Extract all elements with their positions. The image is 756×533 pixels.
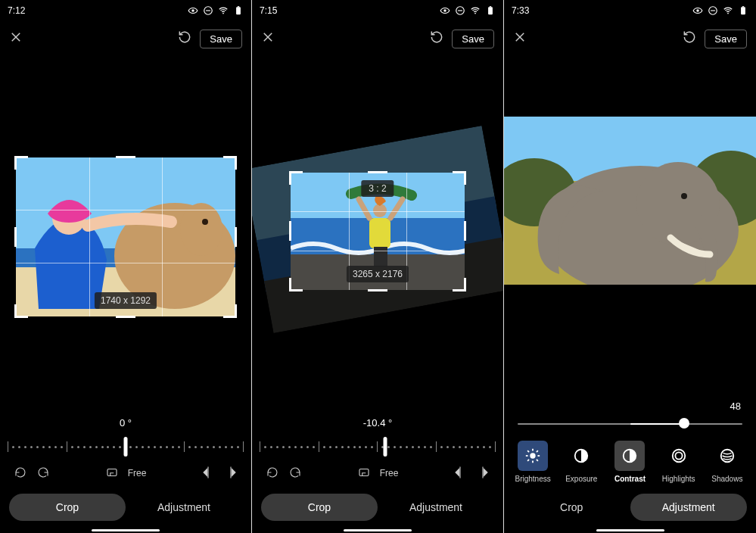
nav-handle[interactable] bbox=[344, 529, 412, 531]
status-time: 7:33 bbox=[512, 5, 529, 16]
adjust-exposure-button[interactable]: Exposure bbox=[559, 441, 603, 483]
revert-button[interactable] bbox=[177, 30, 192, 48]
adjust-contrast-label: Contrast bbox=[614, 475, 646, 483]
svg-line-65 bbox=[537, 450, 538, 452]
rotate-ccw-button[interactable] bbox=[14, 466, 27, 482]
adjust-contrast-button[interactable]: Contrast bbox=[608, 441, 652, 483]
crop-handle-tl[interactable] bbox=[14, 156, 28, 170]
shadows-icon bbox=[712, 441, 742, 471]
tab-adjustment[interactable]: Adjustment bbox=[630, 494, 748, 521]
adjust-shadows-label: Shadows bbox=[711, 475, 742, 483]
mode-tabs: Crop Adjustment bbox=[504, 486, 756, 527]
crop-handle-bottom[interactable] bbox=[116, 316, 135, 318]
adjustment-slider[interactable] bbox=[518, 416, 742, 430]
crop-dimensions: 1740 x 1292 bbox=[95, 292, 157, 309]
revert-button[interactable] bbox=[429, 30, 444, 48]
rotation-slider[interactable] bbox=[0, 433, 251, 460]
adjust-brightness-button[interactable]: Brightness bbox=[511, 441, 555, 483]
svg-point-68 bbox=[672, 450, 685, 463]
crop-handle-top[interactable] bbox=[116, 156, 135, 158]
save-button[interactable]: Save bbox=[200, 30, 242, 48]
screen-crop-free: 7:12 Save bbox=[0, 0, 252, 533]
adjust-brightness-label: Brightness bbox=[515, 475, 550, 483]
rotation-thumb[interactable] bbox=[383, 437, 387, 457]
svg-line-63 bbox=[537, 460, 538, 461]
editor-header: Save bbox=[0, 21, 251, 56]
flip-horizontal-button[interactable] bbox=[201, 466, 215, 482]
adjust-shadows-button[interactable]: Shadows bbox=[705, 441, 749, 483]
status-bar: 7:12 bbox=[0, 0, 251, 21]
rotation-thumb[interactable] bbox=[124, 437, 128, 457]
wifi-icon bbox=[470, 5, 481, 16]
adjustment-thumb[interactable] bbox=[679, 418, 689, 429]
crop-canvas[interactable]: 3 : 2 3265 x 2176 bbox=[252, 56, 503, 417]
status-icons bbox=[440, 5, 496, 16]
crop-handle-right[interactable] bbox=[464, 221, 466, 241]
status-time: 7:15 bbox=[260, 5, 277, 16]
aspect-ratio-button[interactable] bbox=[357, 466, 371, 482]
nav-handle[interactable] bbox=[92, 529, 160, 531]
svg-point-0 bbox=[191, 9, 194, 12]
photo-elephant bbox=[504, 117, 756, 285]
rotate-cw-button[interactable] bbox=[288, 466, 302, 482]
svg-rect-37 bbox=[359, 469, 369, 475]
nav-handle[interactable] bbox=[596, 529, 664, 531]
highlights-icon bbox=[664, 441, 694, 471]
eye-icon bbox=[188, 5, 198, 16]
rotation-readout: 0 ° bbox=[0, 417, 251, 429]
svg-line-64 bbox=[527, 460, 529, 461]
svg-point-54 bbox=[681, 193, 687, 199]
dnd-icon bbox=[708, 5, 718, 16]
revert-button[interactable] bbox=[682, 30, 697, 48]
aspect-ratio-button[interactable] bbox=[105, 466, 119, 482]
rotate-cw-button[interactable] bbox=[36, 466, 50, 482]
crop-frame[interactable]: 3 : 2 3265 x 2176 bbox=[291, 173, 465, 290]
crop-frame[interactable]: 1740 x 1292 bbox=[16, 157, 235, 316]
adjust-highlights-button[interactable]: Highlights bbox=[657, 441, 701, 483]
rotate-ccw-button[interactable] bbox=[266, 466, 279, 482]
flip-horizontal-button[interactable] bbox=[453, 466, 467, 482]
tab-adjustment[interactable]: Adjustment bbox=[378, 494, 494, 521]
svg-point-3 bbox=[222, 13, 224, 14]
wifi-icon bbox=[218, 5, 229, 16]
flip-vertical-button[interactable] bbox=[476, 466, 490, 482]
crop-handle-bottom[interactable] bbox=[368, 289, 387, 291]
svg-rect-15 bbox=[107, 469, 117, 475]
rotation-slider[interactable] bbox=[252, 433, 503, 460]
close-button[interactable] bbox=[9, 30, 23, 47]
crop-handle-bl[interactable] bbox=[14, 304, 28, 318]
tab-crop[interactable]: Crop bbox=[513, 494, 630, 521]
flip-vertical-button[interactable] bbox=[224, 466, 238, 482]
screen-crop-rotated: 7:15 Save bbox=[252, 0, 504, 533]
crop-handle-br[interactable] bbox=[453, 278, 466, 291]
photo-preview bbox=[504, 56, 756, 401]
svg-rect-22 bbox=[488, 7, 493, 14]
crop-handle-br[interactable] bbox=[223, 304, 237, 318]
status-icons bbox=[188, 5, 244, 16]
save-button[interactable]: Save bbox=[705, 30, 747, 48]
svg-rect-5 bbox=[238, 6, 239, 7]
crop-handle-right[interactable] bbox=[235, 227, 237, 247]
battery-icon bbox=[738, 5, 748, 16]
crop-handle-tr[interactable] bbox=[223, 156, 237, 170]
adjust-exposure-label: Exposure bbox=[565, 475, 597, 483]
svg-rect-45 bbox=[742, 6, 744, 7]
tab-crop[interactable]: Crop bbox=[261, 494, 378, 521]
editor-header: Save bbox=[252, 21, 503, 56]
editor-header: Save bbox=[504, 21, 756, 56]
crop-handle-tl[interactable] bbox=[289, 171, 303, 185]
save-button[interactable]: Save bbox=[452, 30, 494, 48]
crop-handle-left[interactable] bbox=[14, 227, 17, 247]
crop-handle-left[interactable] bbox=[289, 221, 291, 241]
crop-handle-tr[interactable] bbox=[453, 171, 466, 185]
close-button[interactable] bbox=[513, 30, 527, 47]
tab-adjustment[interactable]: Adjustment bbox=[126, 494, 242, 521]
tab-crop[interactable]: Crop bbox=[9, 494, 126, 521]
crop-handle-bl[interactable] bbox=[289, 278, 303, 291]
crop-handle-top[interactable] bbox=[368, 171, 387, 173]
svg-point-43 bbox=[727, 13, 729, 14]
crop-canvas[interactable]: 1740 x 1292 bbox=[0, 56, 251, 417]
close-button[interactable] bbox=[261, 30, 275, 47]
svg-point-21 bbox=[474, 13, 476, 14]
dnd-icon bbox=[203, 5, 213, 16]
